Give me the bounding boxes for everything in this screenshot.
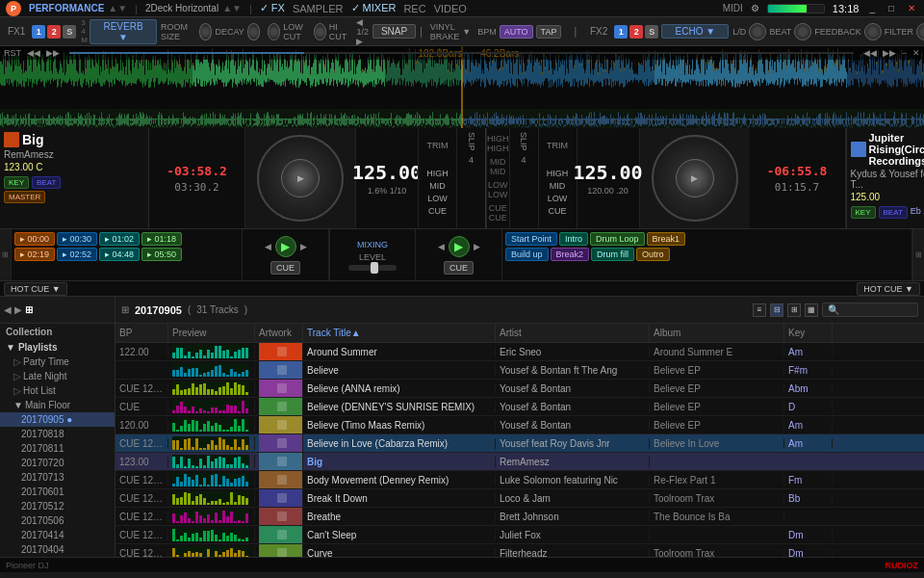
track-list[interactable]: 122.00 Around Summer Eric Sneo Around Su… (116, 343, 924, 557)
col-header-title[interactable]: Track Title ▲ (303, 324, 496, 342)
minimize-btn[interactable]: _ (866, 3, 878, 13)
deck2-next-btn[interactable]: ▶ (474, 242, 480, 251)
rcue-break2[interactable]: Break2 (551, 248, 590, 261)
track-row[interactable]: 123.00 Big RemAmesz (116, 453, 924, 471)
sidebar-item-20170811[interactable]: 20170811 (0, 441, 115, 456)
sidebar-item-hot-list[interactable]: ▷Hot List (0, 383, 115, 398)
sidebar-back-icon[interactable]: ◀ (4, 304, 12, 315)
col-header-album[interactable]: Album (650, 324, 784, 342)
waveform-zoom-out-icon[interactable]: − (902, 48, 907, 58)
fx2-feedback-knob[interactable] (864, 23, 882, 40)
cue-point-0102[interactable]: ▸ 01:02 (99, 232, 140, 246)
fx1-hicut-knob[interactable] (314, 23, 326, 40)
sidebar-item-20170713[interactable]: 20170713 (0, 470, 115, 485)
deck2-prev-btn[interactable]: ◀ (438, 242, 445, 251)
deck2-play-btn[interactable]: ▶ (449, 236, 470, 257)
track-row[interactable]: CUE 123.00 Believe (ANNA remix) Yousef &… (116, 380, 924, 398)
rec-toggle[interactable]: REC (403, 3, 425, 14)
sidebar-item-main-floor[interactable]: ▼Main Floor (0, 398, 115, 412)
sidebar-item-late-night[interactable]: ▷Late Night (0, 369, 115, 383)
sidebar-item-20170506[interactable]: 20170506 (0, 513, 115, 528)
fx-toggle[interactable]: ✓ FX (260, 2, 285, 14)
mixer-toggle[interactable]: ✓ MIXER (351, 2, 397, 14)
sort-icon[interactable]: ⊞ (121, 304, 129, 315)
fx2-nums[interactable]: S (645, 25, 658, 39)
hot-cue-right-btn[interactable]: HOT CUE ▼ (857, 282, 920, 296)
hot-cue-left-btn[interactable]: HOT CUE ▼ (4, 282, 67, 296)
search-input[interactable] (822, 302, 918, 317)
sidebar-item-20170905[interactable]: 20170905 ● (0, 412, 115, 427)
sampler-toggle[interactable]: SAMPLER (293, 3, 344, 14)
level-btn[interactable]: LEVEL (359, 252, 386, 262)
cue-point-0252[interactable]: ▸ 02:52 (57, 248, 97, 261)
maximize-btn[interactable]: □ (886, 3, 897, 13)
mode-label[interactable]: PERFORMANCE (29, 3, 104, 13)
track-row[interactable]: CUE 123.00 Believe in Love (Cabarza Remi… (116, 434, 924, 453)
cue-point-0550[interactable]: ▸ 05:50 (141, 248, 182, 261)
fx2-num1[interactable]: 1 (614, 25, 628, 39)
settings-icon[interactable]: ⚙ (751, 3, 759, 13)
col-header-preview[interactable]: Preview (168, 324, 255, 342)
track-row[interactable]: Believe Yousef & Bontan ft The Ang Belie… (116, 361, 924, 380)
deck2-beat-sync-btn[interactable]: BEAT (879, 206, 908, 219)
sidebar-forward-icon[interactable]: ▶ (14, 304, 22, 315)
mixing-btn[interactable]: MIXING (357, 240, 388, 250)
cue-point-0219[interactable]: ▸ 02:19 (14, 248, 55, 261)
sidebar-item-party-time[interactable]: ▷Party Time (0, 355, 115, 369)
deck2-key-sync-btn[interactable]: KEY (851, 206, 876, 219)
fx2-ld-knob[interactable] (749, 23, 766, 40)
col-header-key[interactable]: Key (784, 324, 833, 342)
deck1-cue-btn[interactable]: CUE (270, 261, 300, 275)
deck1-prev-btn[interactable]: ◀ (265, 242, 271, 251)
cue-point-0030[interactable]: ▸ 00:30 (57, 232, 97, 246)
sidebar-item-20170414[interactable]: 20170414 (0, 528, 115, 542)
rcue-intro[interactable]: Intro (559, 232, 588, 246)
cue-point-0000[interactable]: ▸ 00:00 (14, 232, 55, 246)
sidebar-item-20170512[interactable]: 20170512 (0, 499, 115, 513)
fx1-nums[interactable]: S (63, 25, 76, 39)
fx1-room-size-knob[interactable] (199, 23, 213, 40)
fx1-lowcut-knob[interactable] (268, 23, 280, 40)
track-row[interactable]: CUE 125.00 Body Movement (Denney Remix) … (116, 471, 924, 489)
deck1-key-sync-btn[interactable]: KEY (4, 176, 29, 189)
detail-view-btn[interactable]: ⊟ (770, 303, 783, 317)
deck2-platter[interactable]: ▶ (652, 135, 738, 222)
sidebar-item-20170404[interactable]: 20170404 (0, 542, 115, 557)
track-row[interactable]: 120.00 Believe (Timo Maas Remix) Yousef … (116, 416, 924, 434)
deck1-platter[interactable]: ▶ (257, 135, 344, 222)
playlists-header[interactable]: ▼ Playlists (0, 340, 115, 355)
waveform-rst-btn[interactable]: RST (4, 48, 21, 58)
rcue-start[interactable]: Start Point (505, 232, 557, 246)
fx2-num2[interactable]: 2 (629, 25, 643, 39)
fx1-name[interactable]: REVERB ▼ (90, 19, 157, 44)
sidebar-item-20170720[interactable]: 20170720 (0, 456, 115, 470)
close-btn[interactable]: ✕ (905, 3, 918, 13)
rcue-break1[interactable]: Break1 (647, 232, 686, 246)
col-header-artwork[interactable]: Artwork (255, 324, 303, 342)
deck1-master-btn[interactable]: MASTER (4, 191, 45, 203)
list-view-btn[interactable]: ≡ (753, 303, 766, 317)
track-row[interactable]: CUE Believe (DENNEY'S SUNRISE REMIX) You… (116, 398, 924, 416)
fx2-filter-knob[interactable] (916, 23, 924, 40)
track-row[interactable]: CUE 127.00 Breathe Brett Johnson The Bou… (116, 508, 924, 526)
fx1-auto-btn[interactable]: AUTO (500, 25, 533, 39)
grid-view-btn[interactable]: ⊞ (787, 303, 801, 317)
cue-point-0448[interactable]: ▸ 04:48 (99, 248, 140, 261)
video-toggle[interactable]: VIDEO (434, 3, 467, 14)
fx1-tap-btn[interactable]: TAP (536, 25, 562, 39)
fx1-num2[interactable]: 2 (47, 25, 61, 39)
track-row[interactable]: CUE 126.00 Can't Sleep Juliet Fox Dm (116, 526, 924, 544)
col-header-bp[interactable]: BP (116, 324, 168, 342)
fx1-decay-knob[interactable] (247, 23, 261, 40)
rcue-drum-fill[interactable]: Drum fill (591, 248, 634, 261)
fx1-num1[interactable]: 1 (32, 25, 45, 39)
rcue-outro[interactable]: Outro (636, 248, 670, 261)
sidebar-item-20170601[interactable]: 20170601 (0, 485, 115, 499)
track-row[interactable]: CUE 125.00 Break It Down Loco & Jam Tool… (116, 489, 924, 508)
fx2-beat-knob[interactable] (794, 23, 811, 40)
crossfader-handle[interactable] (371, 262, 378, 274)
rcue-drum-loop[interactable]: Drum Loop (590, 232, 645, 246)
fx2-name[interactable]: ECHO ▼ (661, 24, 729, 39)
track-row[interactable]: 122.00 Around Summer Eric Sneo Around Su… (116, 343, 924, 361)
rcue-buildup[interactable]: Build up (505, 248, 549, 261)
